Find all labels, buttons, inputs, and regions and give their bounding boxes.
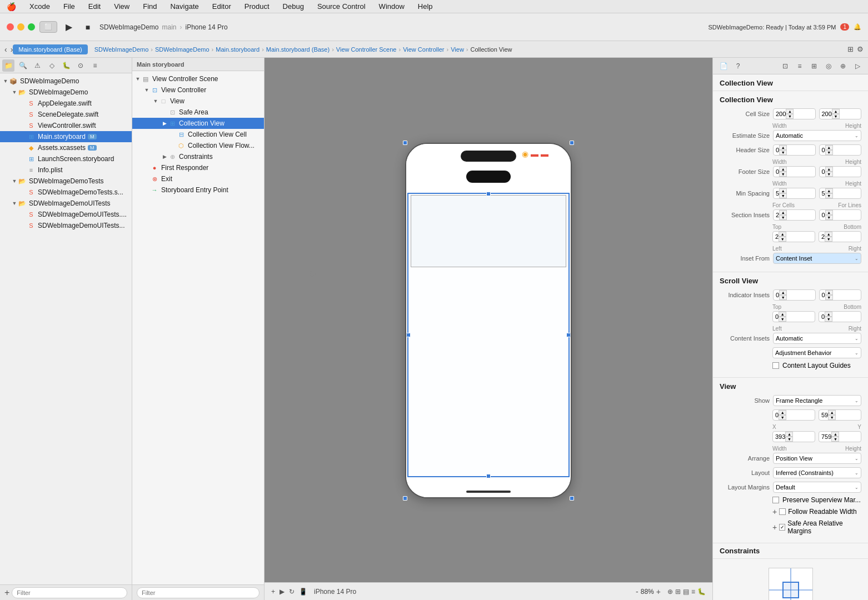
header-stepper-w[interactable]: ▲ ▼: [779, 145, 787, 155]
section-insets-top-field[interactable]: 2 ▲ ▼: [773, 209, 816, 221]
handle-right[interactable]: [566, 333, 571, 337]
header-size-height-field[interactable]: 0 ▲ ▼: [819, 144, 862, 156]
ind-bottom-field[interactable]: 0 ▲ ▼: [819, 289, 862, 301]
menu-help[interactable]: Help: [416, 2, 435, 11]
arrow-view[interactable]: [152, 98, 159, 104]
tree-item-appdelegate[interactable]: S AppDelegate.swift: [0, 98, 132, 109]
sit-up[interactable]: ▲: [779, 210, 787, 215]
footer-size-height-field[interactable]: 0 ▲ ▼: [819, 166, 862, 177]
tree-item-uitestfile1[interactable]: S SDWebImageDemoUITests....: [0, 209, 132, 220]
menu-edit[interactable]: Edit: [86, 2, 103, 11]
section-insets-left-field[interactable]: 2 ▲ ▼: [772, 231, 815, 242]
outline-vc[interactable]: ⊡ View Controller: [132, 84, 264, 96]
footer-stepper-w[interactable]: ▲ ▼: [779, 167, 787, 177]
menu-window[interactable]: Window: [377, 2, 407, 11]
min-spacing-cells-field[interactable]: 5 ▲ ▼: [773, 188, 816, 199]
tree-arrow-root[interactable]: [2, 78, 9, 84]
tree-arrow-uitests[interactable]: [11, 200, 18, 207]
report-icon-btn[interactable]: ≡: [89, 59, 101, 72]
arrow-collection-view[interactable]: [161, 120, 168, 127]
fw-down[interactable]: ▼: [779, 172, 787, 177]
cell-size-width-field[interactable]: 200 ▲ ▼: [773, 108, 816, 119]
editor-mode-btn[interactable]: ⊞: [847, 45, 854, 53]
stepper-down[interactable]: ▼: [786, 114, 794, 119]
arrow-vc-scene[interactable]: [134, 76, 141, 82]
fw-up[interactable]: ▲: [779, 167, 787, 172]
fh-up[interactable]: ▲: [825, 167, 833, 172]
sil-down[interactable]: ▼: [779, 237, 786, 242]
h-stepper[interactable]: ▲ ▼: [831, 432, 839, 442]
ms-stepper-l[interactable]: ▲ ▼: [825, 188, 833, 198]
sib-up[interactable]: ▲: [825, 210, 833, 215]
menu-find[interactable]: Find: [141, 2, 159, 11]
phone-handle-tr[interactable]: [570, 141, 574, 145]
breadcrumb-item-6[interactable]: View Controller: [403, 46, 444, 53]
msl-down[interactable]: ▼: [825, 193, 833, 198]
stop-btn[interactable]: ■: [81, 20, 95, 34]
inspector-quick-help-icon[interactable]: ?: [732, 60, 744, 72]
fh-down[interactable]: ▼: [825, 172, 833, 177]
header-size-width-field[interactable]: 0 ▲ ▼: [773, 144, 816, 156]
outline-collection-view[interactable]: ⊞ Collection View: [132, 118, 264, 129]
sib-down[interactable]: ▼: [825, 215, 833, 220]
canvas-debug-btn[interactable]: 🐛: [697, 588, 706, 596]
debug-icon-btn[interactable]: 🐛: [60, 59, 72, 72]
canvas-play-btn[interactable]: ▶: [280, 588, 285, 596]
y-field[interactable]: 59 ▲ ▼: [819, 409, 861, 421]
width-field[interactable]: 393 ▲ ▼: [772, 431, 815, 442]
phone-handle-tl[interactable]: [403, 141, 407, 145]
add-safe-btn[interactable]: +: [772, 523, 777, 532]
msc-up[interactable]: ▲: [779, 188, 787, 193]
msc-down[interactable]: ▼: [779, 193, 787, 198]
minimize-window-btn[interactable]: [17, 23, 24, 31]
outline-safe-area[interactable]: ⊡ Safe Area: [132, 107, 264, 118]
breadcrumb-item-2[interactable]: SDWebImageDemo: [155, 46, 209, 53]
run-btn[interactable]: ▶: [62, 20, 76, 34]
breadcrumb-item-1[interactable]: SDWebImageDemo: [94, 46, 149, 53]
canvas-embed-btn[interactable]: ≡: [691, 588, 695, 596]
canvas-align-btn[interactable]: ⊞: [675, 588, 681, 596]
arrow-vc[interactable]: [143, 87, 150, 93]
tree-arrow-tests[interactable]: [11, 178, 18, 184]
height-field[interactable]: 759 ▲ ▼: [819, 431, 861, 442]
nav-back-btn[interactable]: ‹: [4, 45, 7, 54]
phone-handle-bl[interactable]: [403, 496, 407, 501]
min-spacing-lines-field[interactable]: 5 ▲ ▼: [819, 188, 862, 199]
breadcrumb-item-3[interactable]: Main.storyboard: [216, 46, 260, 53]
estimate-size-select[interactable]: Automatic ⌄: [773, 130, 861, 141]
zoom-in-btn[interactable]: +: [656, 587, 661, 596]
outline-constraints[interactable]: ⊕ Constraints: [132, 151, 264, 162]
footer-size-width-field[interactable]: 0 ▲ ▼: [773, 166, 816, 177]
inspector-size-icon[interactable]: ⊞: [808, 60, 820, 72]
outline-vc-scene[interactable]: ▤ View Controller Scene: [132, 73, 264, 84]
inspector-attributes-icon[interactable]: ≡: [794, 60, 806, 72]
outline-exit[interactable]: ⊗ Exit: [132, 173, 264, 184]
x-field[interactable]: 0 ▲ ▼: [772, 409, 815, 421]
folder-icon-btn[interactable]: 📁: [2, 59, 14, 72]
stepper-down-h[interactable]: ▼: [832, 114, 840, 119]
handle-left[interactable]: [406, 333, 411, 337]
stepper-up[interactable]: ▲: [786, 109, 794, 114]
content-insets-select[interactable]: Automatic ⌄: [773, 333, 861, 344]
menu-debug[interactable]: Debug: [281, 2, 306, 11]
inspector-binding-icon[interactable]: ⊕: [837, 60, 849, 72]
search-icon-btn[interactable]: 🔍: [17, 59, 29, 72]
breadcrumb-item-5[interactable]: View Controller Scene: [336, 46, 397, 53]
canvas-add-btn[interactable]: +: [271, 588, 275, 596]
outline-collection-cell[interactable]: ⊟ Collection View Cell: [132, 129, 264, 140]
zoom-out-btn[interactable]: -: [636, 587, 638, 596]
sir-up[interactable]: ▲: [825, 232, 832, 237]
si-stepper-left[interactable]: ▲ ▼: [779, 232, 786, 242]
breadcrumb-item-7[interactable]: View: [451, 46, 464, 53]
content-layout-guides-checkbox[interactable]: [772, 362, 779, 369]
stepper-up-h[interactable]: ▲: [832, 109, 840, 114]
inspector-connections-icon[interactable]: ◎: [822, 60, 835, 72]
maximize-window-btn[interactable]: [28, 23, 35, 31]
canvas-refresh-btn[interactable]: ↻: [289, 588, 295, 596]
outline-collection-flow[interactable]: ⬡ Collection View Flow...: [132, 140, 264, 151]
ind-top-field[interactable]: 0 ▲ ▼: [773, 289, 816, 301]
inspector-file-icon[interactable]: 📄: [717, 60, 730, 72]
bell-icon[interactable]: 🔔: [854, 23, 861, 31]
safe-area-margins-checkbox[interactable]: [779, 524, 785, 531]
main-storyboard-tab[interactable]: Main.storyboard (Base): [13, 44, 87, 54]
